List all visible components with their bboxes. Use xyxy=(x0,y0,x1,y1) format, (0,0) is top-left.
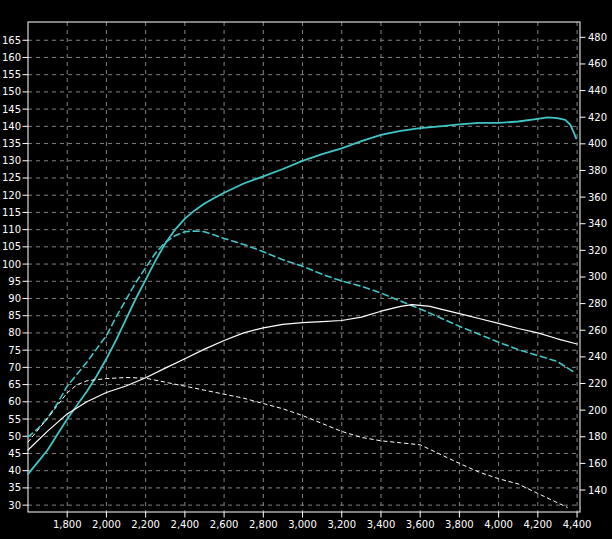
right-tick-label: 300 xyxy=(588,271,607,282)
left-tick-label: 145 xyxy=(2,104,21,115)
left-tick-label: 125 xyxy=(2,172,21,183)
left-tick-label: 95 xyxy=(8,276,21,287)
left-tick-label: 135 xyxy=(2,138,21,149)
left-tick-label: 70 xyxy=(8,362,21,373)
right-tick-label: 280 xyxy=(588,298,607,309)
right-tick-label: 200 xyxy=(588,405,607,416)
right-tick-label: 420 xyxy=(588,112,607,123)
dyno-chart-window: Puissance-max Puissance Moteur (corr.) /… xyxy=(0,0,612,539)
left-tick-label: 130 xyxy=(2,155,21,166)
x-tick-label: 2,200 xyxy=(131,519,160,530)
left-tick-label: 120 xyxy=(2,190,21,201)
left-tick-label: 160 xyxy=(2,52,21,63)
right-tick-label: 440 xyxy=(588,85,607,96)
left-tick-label: 55 xyxy=(8,414,21,425)
x-tick-label: 4,200 xyxy=(524,519,553,530)
left-tick-label: 110 xyxy=(2,224,21,235)
left-tick-label: 100 xyxy=(2,259,21,270)
x-tick-label: 4,000 xyxy=(484,519,513,530)
left-tick-label: 165 xyxy=(2,35,21,46)
plot-area: 3035404550556065707580859095100105110115… xyxy=(0,0,612,539)
right-tick-label: 460 xyxy=(588,58,607,69)
x-tick-label: 3,200 xyxy=(327,519,356,530)
right-tick-label: 160 xyxy=(588,458,607,469)
chart-background xyxy=(0,0,612,539)
right-tick-label: 260 xyxy=(588,325,607,336)
x-tick-label: 4,400 xyxy=(563,519,592,530)
x-tick-label: 2,600 xyxy=(210,519,239,530)
right-tick-label: 340 xyxy=(588,218,607,229)
left-tick-label: 80 xyxy=(8,327,21,338)
right-tick-label: 380 xyxy=(588,165,607,176)
left-tick-label: 75 xyxy=(8,345,21,356)
right-tick-label: 360 xyxy=(588,192,607,203)
right-tick-label: 140 xyxy=(588,485,607,496)
left-tick-label: 60 xyxy=(8,396,21,407)
left-tick-label: 90 xyxy=(8,293,21,304)
x-tick-label: 3,800 xyxy=(445,519,474,530)
x-tick-label: 2,400 xyxy=(171,519,200,530)
right-tick-label: 220 xyxy=(588,378,607,389)
left-tick-label: 35 xyxy=(8,482,21,493)
x-tick-label: 2,000 xyxy=(92,519,121,530)
left-tick-label: 50 xyxy=(8,431,21,442)
x-tick-label: 3,600 xyxy=(406,519,435,530)
left-tick-label: 40 xyxy=(8,465,21,476)
left-tick-label: 65 xyxy=(8,379,21,390)
left-tick-label: 155 xyxy=(2,69,21,80)
x-tick-label: 2,800 xyxy=(249,519,278,530)
left-tick-label: 115 xyxy=(2,207,21,218)
right-tick-label: 320 xyxy=(588,245,607,256)
right-tick-label: 480 xyxy=(588,32,607,43)
left-tick-label: 30 xyxy=(8,500,21,511)
left-tick-label: 105 xyxy=(2,241,21,252)
left-tick-label: 140 xyxy=(2,121,21,132)
x-tick-label: 3,000 xyxy=(288,519,317,530)
right-tick-label: 240 xyxy=(588,351,607,362)
x-tick-label: 1,800 xyxy=(53,519,82,530)
left-tick-label: 85 xyxy=(8,310,21,321)
right-tick-label: 400 xyxy=(588,138,607,149)
left-tick-label: 45 xyxy=(8,448,21,459)
x-tick-label: 3,400 xyxy=(367,519,396,530)
right-tick-label: 180 xyxy=(588,431,607,442)
left-tick-label: 150 xyxy=(2,86,21,97)
